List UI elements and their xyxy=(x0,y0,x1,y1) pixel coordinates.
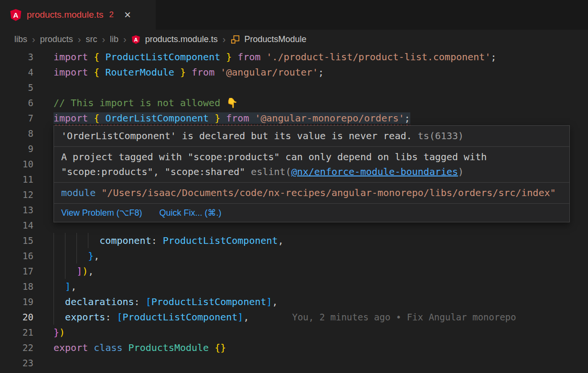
code-line-21[interactable]: 21}) xyxy=(0,325,588,340)
angular-icon: A xyxy=(131,35,140,44)
tab-problems-badge: 2 xyxy=(109,10,114,20)
eslint-rule-link[interactable]: @nx/enforce-module-boundaries xyxy=(291,166,458,177)
close-icon[interactable]: × xyxy=(124,9,131,21)
indent-guide xyxy=(53,279,54,294)
code-text: // This import is not allowed 👇 xyxy=(53,95,238,110)
code-text: ]), xyxy=(53,263,94,279)
indent-guide xyxy=(53,309,54,325)
code-line-7[interactable]: 7import { OrderListComponent } from '@an… xyxy=(0,110,588,126)
code-text: import { OrderListComponent } from '@ang… xyxy=(53,110,410,126)
code-text: declarations: [ProductListComponent], xyxy=(53,294,278,309)
editor[interactable]: 3import { ProductListComponent } from '.… xyxy=(0,49,588,371)
svg-text:A: A xyxy=(134,37,138,43)
code-text: import { RouterModule } from '@angular/r… xyxy=(53,65,324,80)
svg-text:A: A xyxy=(13,11,19,19)
chevron-right-icon: › xyxy=(78,34,81,45)
hover-section-0: 'OrderListComponent' is declared but its… xyxy=(54,126,569,147)
chevron-right-icon: › xyxy=(123,34,127,45)
angular-icon: A xyxy=(10,9,22,21)
line-number[interactable]: 7 xyxy=(0,110,33,126)
code-line-3[interactable]: 3import { ProductListComponent } from '.… xyxy=(0,49,588,65)
indent-guide xyxy=(65,248,65,263)
line-number[interactable]: 4 xyxy=(0,65,33,80)
breadcrumb-item-src[interactable]: src xyxy=(86,34,97,44)
error-squiggle-range[interactable]: import { OrderListComponent } from '@ang… xyxy=(53,112,410,124)
hover-popup-sections: 'OrderListComponent' is declared but its… xyxy=(54,126,569,204)
code-text: }, xyxy=(53,248,99,263)
code-line-15[interactable]: 15 component: ProductListComponent, xyxy=(0,233,588,248)
code-text: component: ProductListComponent, xyxy=(53,233,284,248)
code-line-23[interactable]: 23 xyxy=(0,355,588,371)
breadcrumb-item-products[interactable]: products xyxy=(40,34,73,44)
view-problem-action[interactable]: View Problem (⌥F8) xyxy=(61,208,142,218)
indent-guide xyxy=(53,248,54,263)
indent-guide xyxy=(53,233,54,248)
line-number[interactable]: 3 xyxy=(0,49,33,65)
hover-actions: View Problem (⌥F8)Quick Fix... (⌘.) xyxy=(54,204,569,222)
line-number[interactable]: 15 xyxy=(0,233,33,248)
quick-fix-action[interactable]: Quick Fix... (⌘.) xyxy=(159,208,221,218)
code-line-18[interactable]: 18 ], xyxy=(0,279,588,294)
breadcrumb-item-lib[interactable]: lib xyxy=(110,34,118,44)
indent-guide xyxy=(65,233,65,248)
code-line-6[interactable]: 6// This import is not allowed 👇 xyxy=(0,95,588,110)
indent-guide xyxy=(65,263,65,279)
line-number[interactable]: 10 xyxy=(0,156,33,172)
line-number[interactable]: 9 xyxy=(0,141,33,156)
code-line-4[interactable]: 4import { RouterModule } from '@angular/… xyxy=(0,65,588,80)
chevron-right-icon: › xyxy=(223,34,226,45)
indent-guide xyxy=(88,233,88,248)
code-text: import { ProductListComponent } from './… xyxy=(53,49,496,65)
chevron-right-icon: › xyxy=(102,34,105,45)
breadcrumb-item-symbol[interactable]: ProductsModule xyxy=(245,34,307,44)
line-number[interactable]: 5 xyxy=(0,80,33,95)
breadcrumb-item-file[interactable]: products.module.ts xyxy=(145,34,218,44)
breadcrumb: libs › products › src › lib › A products… xyxy=(0,30,588,49)
code-line-20[interactable]: 20 exports: [ProductListComponent],You, … xyxy=(0,309,588,325)
line-number[interactable]: 20 xyxy=(0,309,33,325)
tab-products-module[interactable]: A products.module.ts 2 × xyxy=(0,0,156,30)
indent-guide xyxy=(53,294,54,309)
line-number[interactable]: 23 xyxy=(0,355,33,371)
code-line-16[interactable]: 16 }, xyxy=(0,248,588,263)
code-text: export class ProductsModule {} xyxy=(53,340,226,355)
breadcrumb-item-libs[interactable]: libs xyxy=(14,34,27,44)
git-blame-annotation: You, 2 minutes ago • Fix Angular monorep… xyxy=(292,312,516,322)
class-symbol-icon xyxy=(231,35,240,44)
line-number[interactable]: 18 xyxy=(0,279,33,294)
line-number[interactable]: 8 xyxy=(0,126,33,141)
code-text: ], xyxy=(53,279,76,294)
chevron-right-icon: › xyxy=(32,34,35,45)
tab-bar: A products.module.ts 2 × xyxy=(0,0,588,30)
line-number[interactable]: 13 xyxy=(0,202,33,218)
indent-guide xyxy=(76,248,77,263)
line-number[interactable]: 16 xyxy=(0,248,33,263)
code-line-19[interactable]: 19 declarations: [ProductListComponent], xyxy=(0,294,588,309)
code-text: exports: [ProductListComponent],You, 2 m… xyxy=(53,309,516,325)
hover-popup: 'OrderListComponent' is declared but its… xyxy=(53,125,570,222)
line-number[interactable]: 6 xyxy=(0,95,33,110)
hover-section-2: module "/Users/isaac/Documents/code/nx-r… xyxy=(54,183,569,204)
indent-guide xyxy=(76,233,77,248)
line-number[interactable]: 12 xyxy=(0,187,33,202)
line-number[interactable]: 21 xyxy=(0,325,33,340)
indent-guide xyxy=(53,263,54,279)
line-number[interactable]: 19 xyxy=(0,294,33,309)
line-number[interactable]: 11 xyxy=(0,172,33,187)
code-line-22[interactable]: 22export class ProductsModule {} xyxy=(0,340,588,355)
tab-title: products.module.ts xyxy=(27,10,104,20)
hover-section-1: A project tagged with "scope:products" c… xyxy=(54,147,569,183)
line-number[interactable]: 22 xyxy=(0,340,33,355)
line-number[interactable]: 17 xyxy=(0,263,33,279)
code-text: }) xyxy=(53,325,65,340)
code-line-5[interactable]: 5 xyxy=(0,80,588,95)
code-line-17[interactable]: 17 ]), xyxy=(0,263,588,279)
line-number[interactable]: 14 xyxy=(0,218,33,233)
